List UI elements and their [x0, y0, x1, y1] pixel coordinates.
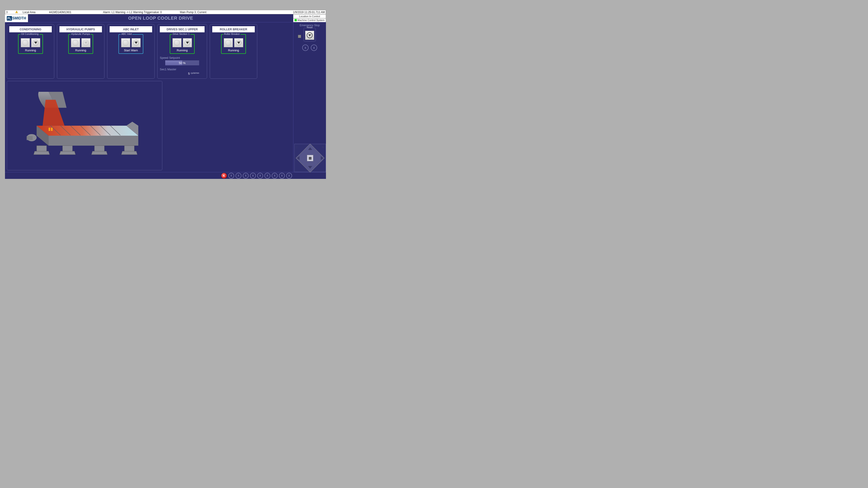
nav-center-button[interactable]: ▦	[307, 155, 313, 161]
bottom-x-button-4[interactable]: X	[250, 173, 256, 179]
drives-sec1-legend: Drive Section 1	[172, 33, 190, 35]
reset-icon	[308, 34, 311, 36]
conditioning-status: Running	[25, 49, 36, 52]
logo: FL SMIDTH	[5, 14, 28, 22]
conditioning-legend: Oil Conditioning	[20, 33, 39, 35]
k-button[interactable]: K	[221, 173, 227, 179]
speed-setpoint-bar[interactable]: 50 %	[165, 60, 199, 65]
speed-setpoint-value: 50 %	[179, 61, 186, 65]
conditioning-stop-button[interactable]	[31, 38, 40, 47]
logo-suffix: SMIDTH	[12, 16, 26, 20]
alarm-tag: 441MD140M13I01	[49, 11, 71, 14]
hydraulic-pumps-legend: Hydarulic Pumps	[70, 33, 91, 35]
svg-marker-20	[121, 151, 137, 154]
warning-icon	[15, 10, 18, 14]
nav-left-button[interactable]	[297, 156, 300, 160]
svg-marker-18	[60, 151, 76, 154]
app-window: 3 Local Area 441MD140M13I01 Alarm: L1 Wa…	[5, 10, 326, 179]
conditioning-group: Oil Conditioning Running	[18, 34, 43, 54]
reset-legend: Reset	[306, 26, 313, 29]
abc-inlet-group: ABC Inlet Start Warn	[119, 34, 143, 54]
roller-start-button[interactable]	[224, 38, 233, 47]
bottom-bar: K X X X X X X X X X	[5, 172, 326, 179]
svg-marker-19	[92, 151, 107, 154]
main-panel: CONDITIONING Oil Conditioning Running HY…	[5, 22, 293, 172]
roller-breaker-status: Running	[228, 49, 239, 52]
svg-rect-15	[94, 146, 104, 151]
location-in-control: Location In Control	[293, 14, 326, 18]
sec1-master-value-row: 5 cycle/min	[165, 72, 199, 75]
bottom-x-button-2[interactable]: X	[236, 173, 241, 179]
page-title: OPEN LOOP COOLER DRIVE	[128, 16, 193, 21]
sec1-master-unit: cycle/min	[191, 72, 199, 75]
svg-rect-13	[37, 146, 46, 151]
sec1-master-value: 5	[188, 72, 190, 75]
hydraulic-pumps-title: HYDRAULIC PUMPS	[59, 26, 102, 32]
abc-inlet-start-button[interactable]	[121, 38, 130, 47]
arrow-down-icon	[186, 41, 189, 44]
drives-sec1-status: Running	[177, 49, 188, 52]
hydraulic-pumps-status: Running	[75, 49, 86, 52]
drives-sec1-title: DRIVES SEC.1 UPPER	[160, 26, 205, 32]
content: CONDITIONING Oil Conditioning Running HY…	[5, 22, 326, 172]
machine-control-system: Machine Control System	[293, 18, 326, 22]
abc-inlet-stop-button[interactable]	[131, 38, 141, 47]
bottom-x-button-8[interactable]: X	[279, 173, 285, 179]
title-area: OPEN LOOP COOLER DRIVE	[28, 14, 293, 22]
alarm-bar[interactable]: 3 Local Area 441MD140M13I01 Alarm: L1 Wa…	[5, 10, 326, 14]
bottom-x-button-1[interactable]: X	[228, 173, 234, 179]
drives-start-button[interactable]	[173, 38, 182, 47]
bottom-x-button-7[interactable]: X	[272, 173, 278, 179]
svg-marker-17	[34, 151, 50, 154]
arrow-down-icon	[237, 41, 240, 44]
home-icon[interactable]: ⌂	[296, 145, 298, 149]
drives-stop-button[interactable]	[183, 38, 192, 47]
alarm-count: 3	[6, 11, 11, 14]
drives-sec1-card: DRIVES SEC.1 UPPER Drive Section 1 Runni…	[157, 24, 207, 79]
svg-rect-1	[17, 12, 17, 13]
header: FL SMIDTH OPEN LOOP COOLER DRIVE Locatio…	[5, 14, 326, 22]
bottom-x-button-5[interactable]: X	[257, 173, 263, 179]
abc-inlet-status: Start Warn	[124, 49, 138, 52]
alarm-timestamp: 1/9/2019 11:25:01.711 AM	[293, 11, 325, 14]
emergency-stop-reset-button[interactable]	[305, 31, 314, 40]
conditioning-title: CONDITIONING	[9, 26, 52, 32]
arrow-down-icon	[84, 41, 88, 44]
sec1-master-label: Sec1 Master	[160, 68, 205, 71]
hydraulic-stop-button[interactable]	[81, 38, 90, 47]
right-x-button-2[interactable]: X	[311, 44, 317, 51]
plus-icon[interactable]: ＋	[321, 145, 324, 149]
alarm-area: Local Area	[23, 11, 35, 14]
nav-up-button[interactable]	[308, 147, 312, 150]
logo-prefix: FL	[7, 16, 12, 21]
grid-icon: ▦	[309, 156, 312, 160]
svg-marker-4	[49, 136, 138, 146]
bottom-x-button-3[interactable]: X	[243, 173, 249, 179]
svg-rect-22	[27, 136, 33, 140]
hydraulic-pumps-card: HYDRAULIC PUMPS Hydarulic Pumps Running	[57, 24, 104, 79]
abc-inlet-title: ABC INLET	[110, 26, 152, 32]
alarm-source: Main Pump 3, Current	[180, 11, 206, 14]
svg-rect-14	[63, 146, 72, 151]
bottom-x-button-6[interactable]: X	[265, 173, 270, 179]
hydraulic-start-button[interactable]	[71, 38, 80, 47]
roller-breaker-legend: Roller Breaker	[223, 33, 241, 35]
cooler-diagram	[7, 81, 162, 170]
svg-rect-0	[17, 11, 17, 12]
svg-rect-16	[124, 146, 134, 151]
roller-stop-button[interactable]	[234, 38, 243, 47]
arrow-down-icon	[34, 41, 37, 44]
nav-down-button[interactable]	[308, 166, 312, 169]
alarm-text: Alarm: L1 Warning -> L1 Warning Triggerv…	[103, 11, 162, 14]
conditioning-start-button[interactable]	[21, 38, 30, 47]
cooler-machine-icon	[15, 86, 154, 166]
bottom-x-button-9[interactable]: X	[286, 173, 292, 179]
hydraulic-pumps-group: Hydarulic Pumps Running	[68, 34, 93, 54]
speed-setpoint-label: Speed Setpoint	[160, 56, 205, 59]
right-x-button-1[interactable]: X	[302, 44, 309, 51]
navigation-pad: ⌂ ＋ ▦	[294, 144, 326, 172]
estop-indicator	[298, 35, 301, 38]
nav-right-button[interactable]	[321, 156, 323, 160]
svg-rect-24	[51, 127, 53, 131]
sections-row: CONDITIONING Oil Conditioning Running HY…	[7, 24, 291, 79]
